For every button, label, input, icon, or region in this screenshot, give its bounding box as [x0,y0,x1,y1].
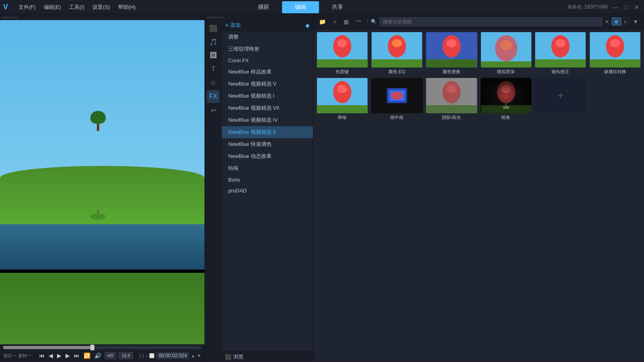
media-settings-btn[interactable]: ▼ [630,17,641,26]
tree-trunk-reflection [97,210,99,213]
fx-tab-arrow[interactable]: ↩ [207,104,220,117]
effect-thumb-9 [480,78,532,113]
tree [90,111,106,131]
btn-play[interactable]: ▶ [56,352,62,360]
media-grid: 色度键 颜色 EQ [313,29,644,362]
effect-item-7[interactable]: 画中画 [371,78,423,121]
win-maximize[interactable]: □ [623,4,630,10]
fx-tab-audio[interactable]: 🎵 [207,35,220,48]
time-down[interactable]: ▼ [197,353,201,358]
balloon-svg-1 [371,32,423,67]
fx-item-5[interactable]: NewBlue 视频精选 I [222,90,313,102]
effect-item-3[interactable]: 模拟景深 [480,32,532,75]
effect-thumb-0 [317,32,368,67]
fx-tab-fx[interactable]: FX [207,90,220,103]
fx-item-10[interactable]: NewBlue 动态效果 [222,150,313,162]
fx-browse-label[interactable]: 浏览 [233,353,243,360]
effect-item-10[interactable]: + [535,78,586,121]
bracket-controls: [ ] ↕ ⬜ 00:00:02:024 ▲ ▼ [140,352,201,359]
time-up[interactable]: ▲ [191,353,195,358]
tree-trunk [97,124,99,131]
effect-item-2[interactable]: 颜色替换 [426,32,477,75]
grass-bottom [0,273,204,344]
media-btn-add[interactable]: + [331,17,339,26]
clip-trim[interactable]: ↕ [145,353,148,358]
fx-item-9[interactable]: NewBlue 快速调色 [222,138,313,150]
btn-mute[interactable]: 🔊 [94,352,102,360]
fx-tab-face[interactable]: ☺ [207,76,220,89]
menu-tools[interactable]: 工具(I) [65,2,88,12]
fx-item-13[interactable]: proDAD [222,185,313,196]
effect-label-1: 颜色 EQ [388,69,405,75]
fx-tab-media[interactable]: ⬛ [207,22,220,35]
fx-add-icon[interactable]: + [225,22,229,29]
fx-list: 调整 三维纹理映射 Corel FX NewBlue 样品效果 NewBlue … [222,31,313,351]
progress-fill [3,346,92,349]
search-input[interactable] [379,17,602,26]
btn-prev-start[interactable]: ⏮ [38,352,45,360]
btn-loop[interactable]: 🔁 [83,352,91,360]
fx-scroll-corner[interactable]: ◆ [305,22,310,29]
win-minimize[interactable]: — [611,4,620,10]
effect-thumb-10: + [535,78,586,113]
fx-item-11[interactable]: 特殊 [222,162,313,174]
tab-share[interactable]: 共享 [319,1,356,13]
effect-item-4[interactable]: 镜头校正 [535,32,586,75]
fx-tab-text[interactable]: 🅰 [207,49,220,62]
effect-item-6[interactable]: 降噪 [317,78,368,121]
quality-aspect[interactable]: 16:9 [119,352,133,359]
bracket-in[interactable]: [ [140,353,141,358]
fx-add-label[interactable]: 添加 [230,22,241,29]
fx-item-6[interactable]: NewBlue 视频精选 VII [222,102,313,114]
fx-item-7[interactable]: NewBlue 视频精选 IV [222,114,313,126]
effect-item-1[interactable]: 颜色 EQ [371,32,423,75]
media-btn-grid[interactable]: ▦ [341,17,351,26]
bracket-out[interactable]: ] [143,353,144,358]
btn-next-end[interactable]: ⏭ [73,352,80,360]
tab-capture[interactable]: 捕获 [245,1,282,13]
quality-hd[interactable]: HD [104,352,117,359]
media-btn-wave[interactable]: 〜 [354,17,364,27]
menu-help[interactable]: 帮助(H) [114,2,140,12]
fx-tab-T[interactable]: T [207,63,220,76]
svg-rect-35 [590,59,640,67]
effect-item-5[interactable]: 纵横比转换 [589,32,641,75]
fx-item-4[interactable]: NewBlue 视频精选 V [222,78,313,90]
effect-thumb-1 [371,32,423,67]
svg-point-26 [556,39,566,47]
svg-point-45 [391,92,403,100]
effect-item-0[interactable]: 色度键 [317,32,368,75]
fx-item-12[interactable]: Boris [222,174,313,185]
toolbar-sep [367,18,368,26]
app-logo: V [3,3,8,11]
svg-rect-17 [426,59,477,67]
balloon-svg-2 [426,32,477,67]
view-grid-btn[interactable]: ▦ [612,18,621,25]
preview-video [0,20,204,344]
fx-item-1[interactable]: 三维纹理映射 [222,43,313,55]
progress-thumb[interactable] [90,345,94,350]
menu-file[interactable]: 文件(F) [14,2,40,12]
btn-prev-frame[interactable]: ◀ [48,352,54,360]
menu-settings[interactable]: 设置(S) [88,2,114,12]
effect-thumb-4 [535,32,586,67]
progress-bar[interactable] [3,346,201,349]
tree-canopy-reflection [90,213,106,220]
tab-edit[interactable]: 编辑 [282,1,319,13]
btn-next-frame[interactable]: ▶ [65,352,71,360]
fx-item-8[interactable]: NewBlue 视频精选 II [222,126,313,138]
fx-item-2[interactable]: Corel FX [222,55,313,66]
fx-item-3[interactable]: NewBlue 样品效果 [222,66,313,78]
media-top-bar-right: ▦ ≡ ▼ [612,17,641,26]
fx-item-0[interactable]: 调整 [222,31,313,43]
win-close[interactable]: ✕ [633,4,641,10]
balloon-svg-0 [317,32,368,67]
preview-panel: 项目一 素材一 ⏮ ◀ ▶ ▶ ⏭ 🔁 🔊 HD 16:9 [ ] [0,14,205,362]
clip-copy[interactable]: ⬜ [149,353,155,358]
effect-item-9[interactable]: 暗角 [480,78,532,121]
media-btn-folder[interactable]: 📁 [317,17,328,26]
view-list-btn[interactable]: ≡ [622,18,629,25]
search-clear[interactable]: ✕ [605,18,609,25]
effect-item-8[interactable]: 阴影/高光 [426,78,477,121]
menu-edit[interactable]: 编辑(E) [40,2,65,12]
